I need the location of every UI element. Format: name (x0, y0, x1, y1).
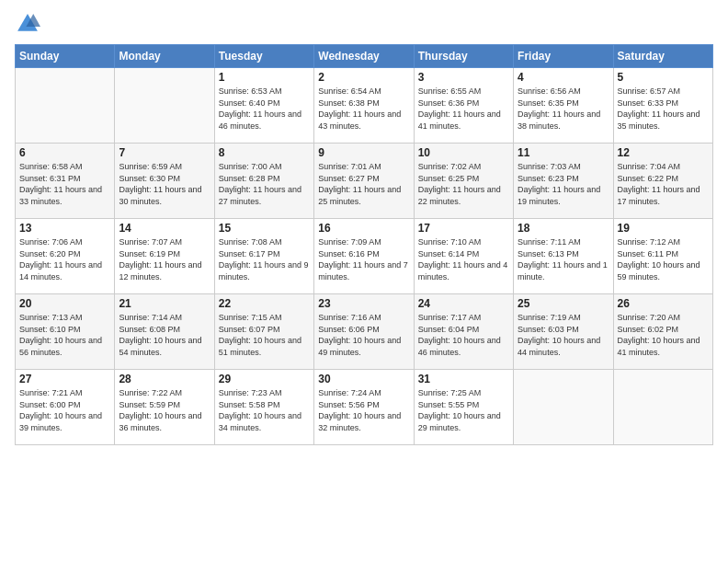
page: SundayMondayTuesdayWednesdayThursdayFrid… (0, 0, 728, 563)
day-number: 24 (418, 297, 509, 310)
day-number: 15 (219, 222, 310, 235)
day-cell (613, 370, 712, 445)
day-number: 25 (518, 297, 609, 310)
day-info: Sunrise: 7:15 AM Sunset: 6:07 PM Dayligh… (219, 312, 310, 358)
week-row-5: 27Sunrise: 7:21 AM Sunset: 6:00 PM Dayli… (16, 370, 713, 445)
day-info: Sunrise: 7:24 AM Sunset: 5:56 PM Dayligh… (318, 387, 409, 433)
day-cell: 15Sunrise: 7:08 AM Sunset: 6:17 PM Dayli… (214, 219, 313, 294)
day-info: Sunrise: 7:09 AM Sunset: 6:16 PM Dayligh… (318, 236, 409, 282)
day-info: Sunrise: 7:06 AM Sunset: 6:20 PM Dayligh… (19, 236, 110, 282)
day-cell: 11Sunrise: 7:03 AM Sunset: 6:23 PM Dayli… (514, 144, 613, 219)
day-number: 9 (318, 146, 409, 159)
day-info: Sunrise: 7:10 AM Sunset: 6:14 PM Dayligh… (418, 236, 509, 282)
day-number: 14 (119, 222, 210, 235)
day-info: Sunrise: 7:25 AM Sunset: 5:55 PM Dayligh… (418, 387, 509, 433)
day-number: 20 (19, 297, 110, 310)
day-cell: 29Sunrise: 7:23 AM Sunset: 5:58 PM Dayli… (214, 370, 313, 445)
day-number: 21 (119, 297, 210, 310)
week-row-3: 13Sunrise: 7:06 AM Sunset: 6:20 PM Dayli… (16, 219, 713, 294)
day-cell: 19Sunrise: 7:12 AM Sunset: 6:11 PM Dayli… (613, 219, 712, 294)
weekday-header-monday: Monday (115, 45, 214, 68)
day-info: Sunrise: 7:00 AM Sunset: 6:28 PM Dayligh… (219, 161, 310, 207)
day-number: 27 (19, 373, 110, 385)
day-number: 16 (318, 222, 409, 235)
day-info: Sunrise: 7:14 AM Sunset: 6:08 PM Dayligh… (119, 312, 210, 358)
day-info: Sunrise: 7:22 AM Sunset: 5:59 PM Dayligh… (119, 387, 210, 433)
day-cell (115, 68, 214, 144)
day-number: 8 (219, 146, 310, 159)
day-info: Sunrise: 7:02 AM Sunset: 6:25 PM Dayligh… (418, 161, 509, 207)
day-number: 18 (518, 222, 609, 235)
day-cell: 13Sunrise: 7:06 AM Sunset: 6:20 PM Dayli… (16, 219, 115, 294)
day-number: 17 (418, 222, 509, 235)
day-cell: 25Sunrise: 7:19 AM Sunset: 6:03 PM Dayli… (514, 294, 613, 370)
day-cell: 23Sunrise: 7:16 AM Sunset: 6:06 PM Dayli… (314, 294, 414, 370)
day-info: Sunrise: 7:08 AM Sunset: 6:17 PM Dayligh… (219, 236, 310, 282)
calendar: SundayMondayTuesdayWednesdayThursdayFrid… (15, 44, 713, 445)
day-cell: 27Sunrise: 7:21 AM Sunset: 6:00 PM Dayli… (16, 370, 115, 445)
day-number: 19 (618, 222, 709, 235)
day-cell: 18Sunrise: 7:11 AM Sunset: 6:13 PM Dayli… (514, 219, 613, 294)
day-info: Sunrise: 6:54 AM Sunset: 6:38 PM Dayligh… (318, 86, 409, 132)
logo (15, 11, 44, 37)
day-info: Sunrise: 7:11 AM Sunset: 6:13 PM Dayligh… (518, 236, 609, 282)
day-number: 3 (418, 71, 509, 84)
weekday-header-wednesday: Wednesday (314, 45, 414, 68)
day-cell: 7Sunrise: 6:59 AM Sunset: 6:30 PM Daylig… (115, 144, 214, 219)
weekday-header-friday: Friday (514, 45, 613, 68)
day-number: 11 (518, 146, 609, 159)
day-cell: 21Sunrise: 7:14 AM Sunset: 6:08 PM Dayli… (115, 294, 214, 370)
day-info: Sunrise: 7:03 AM Sunset: 6:23 PM Dayligh… (518, 161, 609, 207)
day-cell: 2Sunrise: 6:54 AM Sunset: 6:38 PM Daylig… (314, 68, 414, 144)
day-info: Sunrise: 7:23 AM Sunset: 5:58 PM Dayligh… (219, 387, 310, 433)
day-cell: 3Sunrise: 6:55 AM Sunset: 6:36 PM Daylig… (414, 68, 513, 144)
week-row-4: 20Sunrise: 7:13 AM Sunset: 6:10 PM Dayli… (16, 294, 713, 370)
day-cell (16, 68, 115, 144)
day-info: Sunrise: 6:57 AM Sunset: 6:33 PM Dayligh… (618, 86, 709, 132)
day-cell: 24Sunrise: 7:17 AM Sunset: 6:04 PM Dayli… (414, 294, 513, 370)
day-cell: 20Sunrise: 7:13 AM Sunset: 6:10 PM Dayli… (16, 294, 115, 370)
day-info: Sunrise: 6:55 AM Sunset: 6:36 PM Dayligh… (418, 86, 509, 132)
day-cell: 22Sunrise: 7:15 AM Sunset: 6:07 PM Dayli… (214, 294, 313, 370)
logo-icon (15, 11, 40, 37)
day-number: 22 (219, 297, 310, 310)
day-cell: 14Sunrise: 7:07 AM Sunset: 6:19 PM Dayli… (115, 219, 214, 294)
week-row-2: 6Sunrise: 6:58 AM Sunset: 6:31 PM Daylig… (16, 144, 713, 219)
day-info: Sunrise: 6:58 AM Sunset: 6:31 PM Dayligh… (19, 161, 110, 207)
day-info: Sunrise: 7:12 AM Sunset: 6:11 PM Dayligh… (618, 236, 709, 282)
day-info: Sunrise: 6:56 AM Sunset: 6:35 PM Dayligh… (518, 86, 609, 132)
day-info: Sunrise: 7:17 AM Sunset: 6:04 PM Dayligh… (418, 312, 509, 358)
day-info: Sunrise: 7:21 AM Sunset: 6:00 PM Dayligh… (19, 387, 110, 433)
day-info: Sunrise: 7:16 AM Sunset: 6:06 PM Dayligh… (318, 312, 409, 358)
day-cell: 1Sunrise: 6:53 AM Sunset: 6:40 PM Daylig… (214, 68, 313, 144)
day-info: Sunrise: 7:07 AM Sunset: 6:19 PM Dayligh… (119, 236, 210, 282)
day-number: 7 (119, 146, 210, 159)
weekday-header-tuesday: Tuesday (214, 45, 313, 68)
week-row-1: 1Sunrise: 6:53 AM Sunset: 6:40 PM Daylig… (16, 68, 713, 144)
day-cell: 17Sunrise: 7:10 AM Sunset: 6:14 PM Dayli… (414, 219, 513, 294)
day-cell: 28Sunrise: 7:22 AM Sunset: 5:59 PM Dayli… (115, 370, 214, 445)
day-number: 28 (119, 373, 210, 385)
header (15, 11, 713, 37)
day-info: Sunrise: 6:59 AM Sunset: 6:30 PM Dayligh… (119, 161, 210, 207)
day-info: Sunrise: 7:20 AM Sunset: 6:02 PM Dayligh… (618, 312, 709, 358)
day-number: 10 (418, 146, 509, 159)
day-info: Sunrise: 7:04 AM Sunset: 6:22 PM Dayligh… (618, 161, 709, 207)
weekday-header-sunday: Sunday (16, 45, 115, 68)
day-number: 30 (318, 373, 409, 385)
day-cell: 8Sunrise: 7:00 AM Sunset: 6:28 PM Daylig… (214, 144, 313, 219)
day-number: 5 (618, 71, 709, 84)
day-number: 29 (219, 373, 310, 385)
day-number: 1 (219, 71, 310, 84)
day-cell: 26Sunrise: 7:20 AM Sunset: 6:02 PM Dayli… (613, 294, 712, 370)
weekday-header-thursday: Thursday (414, 45, 513, 68)
day-cell: 30Sunrise: 7:24 AM Sunset: 5:56 PM Dayli… (314, 370, 414, 445)
weekday-header-row: SundayMondayTuesdayWednesdayThursdayFrid… (16, 45, 713, 68)
day-number: 31 (418, 373, 509, 385)
day-number: 2 (318, 71, 409, 84)
day-info: Sunrise: 7:13 AM Sunset: 6:10 PM Dayligh… (19, 312, 110, 358)
day-info: Sunrise: 7:19 AM Sunset: 6:03 PM Dayligh… (518, 312, 609, 358)
day-info: Sunrise: 7:01 AM Sunset: 6:27 PM Dayligh… (318, 161, 409, 207)
day-cell: 5Sunrise: 6:57 AM Sunset: 6:33 PM Daylig… (613, 68, 712, 144)
day-cell: 9Sunrise: 7:01 AM Sunset: 6:27 PM Daylig… (314, 144, 414, 219)
